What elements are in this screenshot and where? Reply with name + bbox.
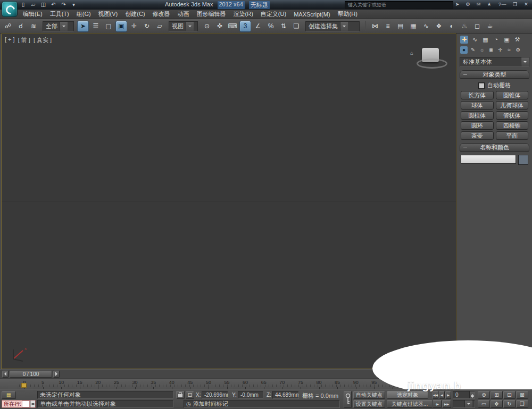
category-helpers[interactable]: ✛ xyxy=(496,46,504,54)
go-to-start-icon[interactable]: ◀◀ xyxy=(433,391,438,399)
primitive-button[interactable]: 管状体 xyxy=(496,111,529,120)
viewcube-home-icon[interactable]: ⌂ xyxy=(410,50,413,56)
infocenter-search-input[interactable]: 键入关键字或短语 xyxy=(345,1,453,9)
render-production-icon[interactable]: ☕ xyxy=(484,21,496,32)
x-coord-input[interactable]: -20.696mm xyxy=(202,391,228,399)
zoom-extents-all-icon[interactable]: ⊠ xyxy=(516,391,528,399)
menu-item[interactable]: 组(G) xyxy=(73,9,95,19)
menu-item[interactable]: 编辑(E) xyxy=(19,9,46,19)
select-by-name-icon[interactable]: ☰ xyxy=(90,21,102,32)
project-menu-icon[interactable]: ▾ xyxy=(70,1,78,9)
primitive-button[interactable]: 球体 xyxy=(461,101,494,110)
key-filters-button[interactable]: 关键点过滤器... xyxy=(387,400,433,408)
viewport-menu-label[interactable]: [ 前 ] xyxy=(18,36,30,44)
tab-display[interactable]: ▣ xyxy=(503,36,511,44)
edit-named-sets-icon[interactable]: ❏ xyxy=(290,21,302,32)
go-to-end-icon[interactable]: ▶▶ xyxy=(442,400,451,408)
tab-create[interactable]: ✚ xyxy=(460,36,468,44)
tab-utilities[interactable]: ⚒ xyxy=(513,36,521,44)
render-setup-icon[interactable]: ♨ xyxy=(459,21,470,32)
primitive-button[interactable]: 圆锥体 xyxy=(496,91,529,99)
menu-item[interactable]: 自定义(U) xyxy=(257,9,290,19)
listener-input[interactable] xyxy=(22,400,30,407)
minimize-button[interactable]: — xyxy=(501,1,507,8)
menu-item[interactable]: 渲染(R) xyxy=(230,9,257,19)
keyboard-override-icon[interactable]: ⌨ xyxy=(227,21,238,32)
menu-item[interactable]: 帮助(H) xyxy=(334,9,361,19)
reference-coordsys-dropdown[interactable]: 视图 xyxy=(169,21,198,31)
field-of-view-icon[interactable]: ▭ xyxy=(478,400,490,408)
angle-snap-icon[interactable]: ∠ xyxy=(252,21,264,32)
select-and-manipulate-icon[interactable]: ✜ xyxy=(214,21,226,32)
redo-icon[interactable]: ↷ xyxy=(60,1,68,9)
select-and-rotate-icon[interactable]: ↻ xyxy=(141,21,153,32)
object-name-input[interactable] xyxy=(461,155,516,164)
menu-item[interactable]: 视图(V) xyxy=(95,9,122,19)
category-cameras[interactable]: ◙ xyxy=(487,46,495,54)
material-editor-icon[interactable]: ◐ xyxy=(446,21,458,32)
current-time-input[interactable]: 0 xyxy=(453,391,475,399)
autogrid-checkbox[interactable] xyxy=(478,82,485,89)
tab-modify[interactable]: ∿ xyxy=(471,36,479,44)
align-icon[interactable]: ≡ xyxy=(382,21,394,32)
named-selection-sets-dropdown[interactable]: 创建选择集 xyxy=(305,21,360,31)
add-time-tag[interactable]: ◷ 添加时间标记 xyxy=(184,400,340,408)
maximize-viewport-icon[interactable]: ❒ xyxy=(516,400,528,408)
rendered-frame-icon[interactable]: ◻ xyxy=(471,21,483,32)
object-class-dropdown[interactable]: 标准基本体 xyxy=(460,57,529,67)
zoom-all-icon[interactable]: ⊞ xyxy=(491,391,503,399)
category-geometry[interactable]: ● xyxy=(460,46,468,54)
category-lights[interactable]: ☼ xyxy=(478,46,486,54)
graphite-toggle-icon[interactable]: ▦ xyxy=(408,21,419,32)
listener-scroll[interactable] xyxy=(30,400,35,407)
primitive-button[interactable]: 圆柱体 xyxy=(461,111,494,120)
object-color-swatch[interactable] xyxy=(518,155,528,165)
auto-key-button[interactable]: 自动关键点 xyxy=(353,391,385,399)
new-scene-icon[interactable]: ▯ xyxy=(19,1,27,9)
previous-frame-arrow[interactable] xyxy=(2,371,9,378)
y-coord-input[interactable]: -0.0mm xyxy=(238,391,263,399)
search-go-icon[interactable]: ➤ xyxy=(454,1,461,8)
primitive-button[interactable]: 茶壶 xyxy=(461,131,494,140)
orbit-icon[interactable]: ↻ xyxy=(503,400,516,408)
zoom-icon[interactable]: ⊕ xyxy=(478,391,490,399)
favorites-icon[interactable]: ★ xyxy=(486,1,493,8)
viewport-front[interactable]: [ + ][ 前 ][ 真实 ] ⌂ x xyxy=(1,34,456,369)
communication-center-icon[interactable]: ✉ xyxy=(475,1,482,8)
undo-icon[interactable]: ↶ xyxy=(49,1,57,9)
key-selection-dropdown[interactable]: 选定对象 xyxy=(387,391,428,399)
snaps-toggle-icon[interactable]: 3 xyxy=(239,21,251,32)
set-keys-button[interactable] xyxy=(344,391,352,408)
absolute-mode-toggle[interactable]: ⊡ xyxy=(186,391,194,399)
select-and-scale-icon[interactable]: ▱ xyxy=(154,21,165,32)
3dsmax-logo-button[interactable] xyxy=(2,1,18,17)
z-coord-input[interactable]: 44.689mm xyxy=(272,391,299,399)
pan-icon[interactable]: ✥ xyxy=(491,400,503,408)
maxscript-mini-listener[interactable]: 所在行: xyxy=(2,400,36,408)
percent-snap-icon[interactable]: % xyxy=(265,21,277,32)
key-mode-icon[interactable]: ◦▶ xyxy=(433,400,442,408)
primitive-button[interactable]: 四棱锥 xyxy=(496,121,529,130)
tab-hierarchy[interactable]: ▦ xyxy=(481,36,489,44)
time-slider-button[interactable]: 0 / 100 xyxy=(10,371,52,378)
menu-item[interactable]: 动画 xyxy=(174,9,193,19)
time-spinner[interactable] xyxy=(469,391,475,398)
select-and-link-icon[interactable]: ☍ xyxy=(2,21,14,32)
viewport-menu-label[interactable]: [ + ] xyxy=(5,36,15,44)
category-shapes[interactable]: ✎ xyxy=(469,46,477,54)
menu-item[interactable]: 图形编辑器 xyxy=(193,9,230,19)
zoom-extents-icon[interactable]: ⊡ xyxy=(503,391,516,399)
curve-editor-icon[interactable]: ∿ xyxy=(420,21,432,32)
mirror-icon[interactable]: ⋈ xyxy=(369,21,381,32)
previous-frame-icon[interactable]: ◀ xyxy=(439,391,445,399)
rectangular-selection-region-icon[interactable]: ▢ xyxy=(103,21,114,32)
maxscript-listener-button[interactable]: ▦ xyxy=(2,391,16,399)
rollout-name-color[interactable]: 名称和颜色 xyxy=(460,143,529,152)
category-systems[interactable]: ⚙ xyxy=(514,46,522,54)
viewport-menu-label[interactable]: [ 真实 ] xyxy=(34,36,52,44)
primitive-button[interactable]: 圆环 xyxy=(461,121,494,130)
tab-motion[interactable]: ◔ xyxy=(492,36,500,44)
select-and-move-icon[interactable]: ✛ xyxy=(128,21,140,32)
set-key-button[interactable]: 设置关键点 xyxy=(353,400,385,408)
next-frame-arrow[interactable] xyxy=(53,371,60,378)
